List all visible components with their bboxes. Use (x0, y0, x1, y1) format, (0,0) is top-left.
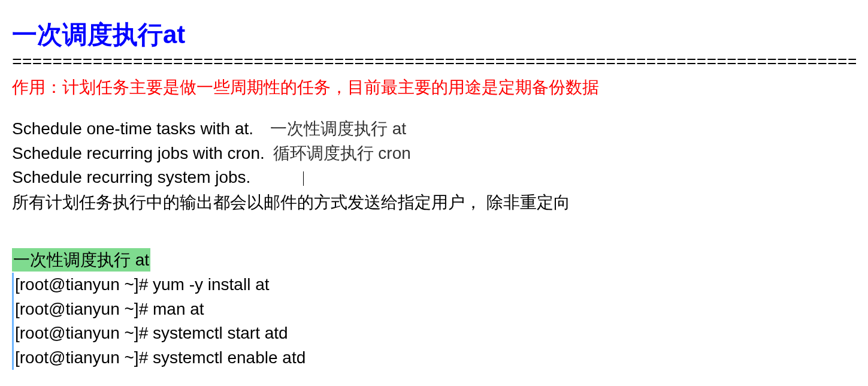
note-text: 所有计划任务执行中的输出都会以邮件的方式发送给指定用户， 除非重定向 (12, 190, 856, 215)
section-heading: 一次性调度执行 at (12, 248, 150, 272)
schedule-line-1: Schedule one-time tasks with at. 一次性调度执行… (12, 117, 856, 141)
schedule-1-en: Schedule one-time tasks with at. (12, 119, 253, 138)
schedule-3-en: Schedule recurring system jobs. (12, 168, 250, 186)
cmd-line-4: [root@tianyun ~]# systemctl enable atd (15, 346, 856, 370)
title-en: at (163, 20, 185, 49)
schedule-line-3: Schedule recurring system jobs. (12, 165, 856, 190)
schedule-2-cn: 循环调度执行 cron (273, 144, 411, 162)
divider-line: ========================================… (12, 55, 856, 71)
cmd-line-3: [root@tianyun ~]# systemctl start atd (15, 321, 856, 346)
page-title: 一次调度执行at (12, 18, 856, 52)
purpose-text: 作用：计划任务主要是做一些周期性的任务，目前最主要的用途是定期备份数据 (12, 76, 856, 99)
cmd-line-1: [root@tianyun ~]# yum -y install at (15, 273, 856, 297)
text-cursor-icon (303, 171, 305, 186)
title-cn: 一次调度执行 (12, 20, 163, 49)
schedule-block: Schedule one-time tasks with at. 一次性调度执行… (12, 117, 856, 215)
schedule-2-en: Schedule recurring jobs with cron. (12, 144, 265, 162)
schedule-line-2: Schedule recurring jobs with cron. 循环调度执… (12, 141, 856, 166)
command-block: [root@tianyun ~]# yum -y install at [roo… (12, 273, 856, 370)
cmd-line-2: [root@tianyun ~]# man at (15, 297, 856, 322)
schedule-1-cn: 一次性调度执行 at (270, 119, 406, 138)
